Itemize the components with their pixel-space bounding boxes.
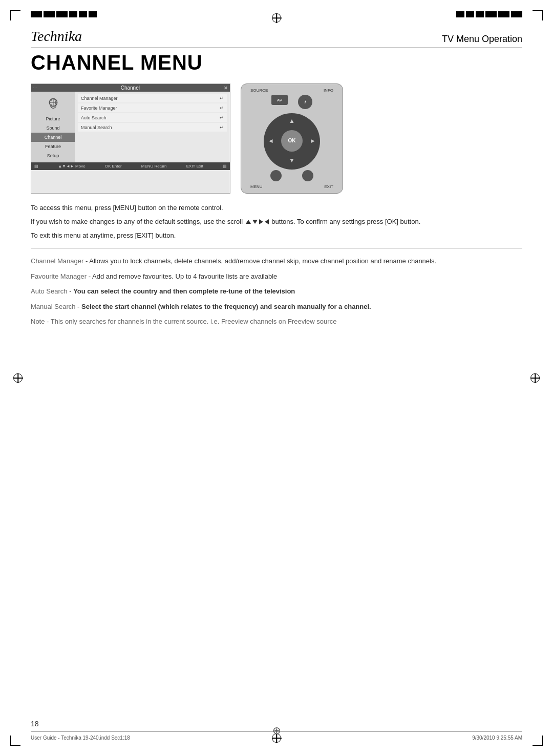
menu-item-manual-search-label: Manual Search: [81, 125, 112, 130]
down-arrow-sym: [252, 220, 258, 224]
tv-menu-close: ✕: [224, 86, 228, 91]
remote-top-labels: SOURCE INFO: [245, 88, 338, 93]
tv-menu-screenshot: ··· Channel ✕ Pictu: [31, 83, 230, 194]
nav-down-button[interactable]: ▼: [289, 157, 295, 164]
footer-reg-mark: ⊕: [272, 724, 281, 737]
term-auto-search: Auto Search: [31, 287, 68, 295]
term-channel-manager: Channel Manager: [31, 257, 83, 265]
return-arrow-3: ↵: [220, 115, 224, 120]
info-button[interactable]: i: [298, 95, 312, 109]
menu-item-favorite-manager: Favorite Manager ↵: [78, 103, 227, 112]
section-divider: [31, 248, 522, 248]
tv-footer-icon2: ▤: [223, 164, 227, 169]
desc-favourite-manager: Favourite Manager - Add and remove favou…: [31, 271, 522, 282]
content-row: ··· Channel ✕ Pictu: [31, 83, 522, 194]
sidebar-item-setup: Setup: [31, 151, 75, 160]
page-number: 18: [31, 720, 39, 728]
left-bar-blocks: [31, 11, 97, 17]
menu-item-manual-search: Manual Search ↵: [78, 123, 227, 132]
up-arrow-sym: [246, 220, 251, 224]
tv-footer-ok: OK Enter: [105, 164, 122, 169]
exit-para: To exit this menu at anytime, press [EXI…: [31, 230, 522, 241]
desc-favourite-manager-text: Add and remove favourites. Up to 4 favou…: [92, 272, 277, 280]
sep-auto-search: -: [69, 287, 73, 295]
ok-button[interactable]: OK: [281, 130, 303, 152]
desc-auto-search-text: You can select the country and then comp…: [73, 287, 295, 295]
desc-note-text: This only searches for channels in the c…: [51, 318, 337, 325]
sidebar-item-sound: Sound: [31, 123, 75, 133]
tv-sidebar-icon: [31, 94, 75, 114]
nav-left-button[interactable]: ◄: [268, 137, 274, 144]
remote-image: SOURCE INFO AV i ▲ ▼ ◄: [241, 83, 343, 194]
sidebar-item-channel: Channel: [31, 133, 75, 142]
left-arrow-sym: [265, 219, 269, 224]
sidebar-item-feature: Feature: [31, 142, 75, 151]
desc-channel-manager: Channel Manager - Allows you to lock cha…: [31, 256, 522, 266]
page-title-header: TV Menu Operation: [442, 34, 522, 45]
tv-menu-header-dots: ···: [33, 86, 37, 90]
para-section: To access this menu, press [MENU] button…: [31, 203, 522, 241]
scroll-text-after: buttons. To confirm any settings press […: [271, 218, 420, 225]
tv-footer: ▤ ▲▼◄► Move OK Enter MENU Return EXIT Ex…: [31, 162, 230, 170]
page-header: Technika TV Menu Operation: [31, 28, 522, 48]
menu-item-favorite-manager-label: Favorite Manager: [81, 106, 117, 111]
sep-favourite-manager: -: [89, 272, 92, 280]
exit-label: EXIT: [324, 184, 333, 189]
scroll-para: If you wish to make changes to any of th…: [31, 217, 522, 227]
sep-manual-search: -: [77, 303, 81, 310]
bottom-btn-left[interactable]: [270, 170, 282, 181]
term-note: Note: [31, 318, 45, 325]
reg-mark-right: [530, 373, 540, 383]
return-arrow-1: ↵: [220, 95, 224, 101]
return-arrow-4: ↵: [220, 124, 224, 130]
tv-footer-move: ▲▼◄► Move: [58, 164, 85, 169]
menu-label: MENU: [250, 184, 263, 189]
desc-auto-search: Auto Search - You can select the country…: [31, 286, 522, 297]
main-content: CHANNEL MENU ··· Channel ✕: [31, 51, 522, 331]
term-favourite-manager: Favourite Manager: [31, 272, 87, 280]
av-button[interactable]: AV: [271, 95, 288, 105]
av-label: AV: [277, 98, 282, 102]
nav-cluster: ▲ ▼ ◄ ► OK: [264, 113, 320, 168]
crop-mark-bl: [10, 736, 20, 746]
sep-note: -: [47, 318, 51, 325]
ok-label: OK: [288, 138, 296, 143]
return-arrow-2: ↵: [220, 105, 224, 111]
menu-item-channel-manager-label: Channel Manager: [81, 96, 118, 101]
reg-mark-left: [13, 373, 23, 383]
sidebar-item-picture: Picture: [31, 114, 75, 123]
brand-logo: Technika: [31, 28, 82, 45]
nav-right-button[interactable]: ►: [310, 137, 316, 144]
tv-menu-header: ··· Channel ✕: [31, 84, 230, 92]
desc-manual-search: Manual Search - Select the start channel…: [31, 301, 522, 312]
remote-bottom-buttons: [270, 170, 313, 181]
desc-manual-search-text: Select the start channel (which relates …: [81, 303, 371, 310]
menu-item-auto-search-label: Auto Search: [81, 115, 107, 120]
tv-footer-icon: ▤: [34, 164, 38, 169]
scroll-text-before: If you wish to make changes to any of th…: [31, 218, 243, 225]
access-menu-para: To access this menu, press [MENU] button…: [31, 203, 522, 214]
crop-mark-br: [533, 736, 543, 746]
desc-channel-manager-text: Allows you to lock channels, delete chan…: [89, 257, 436, 265]
tv-menu-body: Picture Sound Channel Feature Setup Chan…: [31, 92, 230, 162]
top-registration-bar: [31, 11, 522, 17]
nav-up-button[interactable]: ▲: [289, 117, 295, 124]
menu-item-channel-manager: Channel Manager ↵: [78, 94, 227, 102]
remote-top-buttons: AV i: [271, 95, 312, 109]
chapter-title: CHANNEL MENU: [31, 51, 522, 74]
tv-main-panel: Channel Manager ↵ Favorite Manager ↵ Aut…: [75, 92, 230, 162]
remote-control: SOURCE INFO AV i ▲ ▼ ◄: [241, 83, 343, 194]
tv-footer-menu: MENU Return: [141, 164, 167, 169]
right-arrow-sym: [259, 219, 263, 224]
info-i-label: i: [305, 99, 306, 104]
menu-item-auto-search: Auto Search ↵: [78, 113, 227, 122]
tv-sidebar: Picture Sound Channel Feature Setup: [31, 92, 75, 162]
right-bar-blocks: [456, 11, 522, 17]
crop-mark-tl: [10, 10, 20, 20]
remote-bottom-labels: MENU EXIT: [245, 184, 338, 189]
footer-right-text: 9/30/2010 9:25:55 AM: [472, 735, 522, 741]
bottom-btn-right[interactable]: [302, 170, 313, 181]
tv-menu-title: Channel: [37, 85, 224, 91]
crop-mark-tr: [533, 10, 543, 20]
term-manual-search: Manual Search: [31, 303, 75, 310]
